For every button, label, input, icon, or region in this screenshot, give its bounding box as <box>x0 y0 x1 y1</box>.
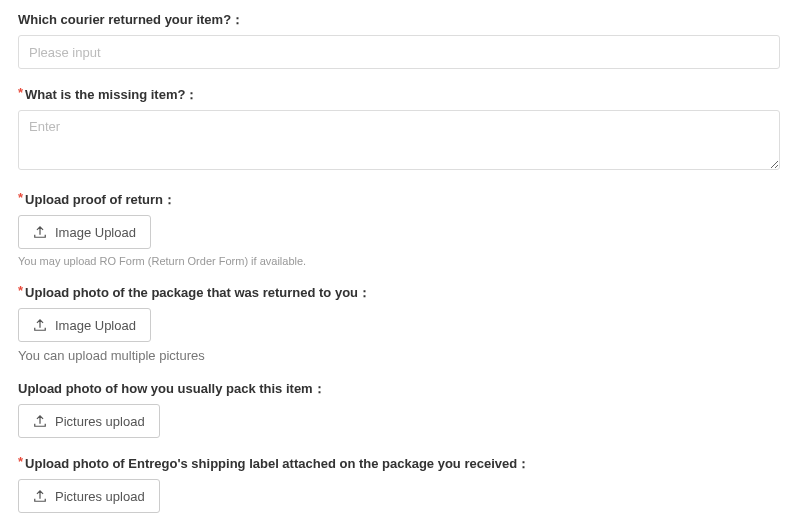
required-asterisk: * <box>18 85 23 100</box>
label-row: Upload photo of how you usually pack thi… <box>18 379 780 398</box>
upload-icon <box>33 489 47 503</box>
field-label: What is the missing item?： <box>25 87 198 102</box>
label-row: Which courier returned your item?： <box>18 10 780 29</box>
upload-button-label: Pictures upload <box>55 414 145 429</box>
upload-button-label: Image Upload <box>55 318 136 333</box>
field-label: Upload proof of return： <box>25 192 176 207</box>
package-returned-upload-button[interactable]: Image Upload <box>18 308 151 342</box>
field-courier: Which courier returned your item?： <box>18 10 780 69</box>
label-row: *Upload photo of the package that was re… <box>18 283 780 302</box>
courier-input[interactable] <box>18 35 780 69</box>
package-returned-hint: You can upload multiple pictures <box>18 348 780 363</box>
upload-icon <box>33 318 47 332</box>
field-label: Upload photo of the package that was ret… <box>25 285 371 300</box>
required-asterisk: * <box>18 190 23 205</box>
upload-button-label: Image Upload <box>55 225 136 240</box>
field-package-returned: *Upload photo of the package that was re… <box>18 283 780 363</box>
field-proof: *Upload proof of return： Image Upload Yo… <box>18 190 780 267</box>
field-label: Upload photo of how you usually pack thi… <box>18 381 326 396</box>
missing-textarea[interactable] <box>18 110 780 170</box>
shipping-label-upload-button[interactable]: Pictures upload <box>18 479 160 513</box>
field-label: Which courier returned your item?： <box>18 12 244 27</box>
upload-icon <box>33 225 47 239</box>
label-row: *What is the missing item?： <box>18 85 780 104</box>
field-shipping-label: *Upload photo of Entrego's shipping labe… <box>18 454 780 513</box>
field-pack-usual: Upload photo of how you usually pack thi… <box>18 379 780 438</box>
field-missing: *What is the missing item?： <box>18 85 780 174</box>
upload-icon <box>33 414 47 428</box>
upload-button-label: Pictures upload <box>55 489 145 504</box>
required-asterisk: * <box>18 283 23 298</box>
proof-upload-button[interactable]: Image Upload <box>18 215 151 249</box>
label-row: *Upload photo of Entrego's shipping labe… <box>18 454 780 473</box>
required-asterisk: * <box>18 454 23 469</box>
field-label: Upload photo of Entrego's shipping label… <box>25 456 530 471</box>
proof-hint: You may upload RO Form (Return Order For… <box>18 255 780 267</box>
pack-usual-upload-button[interactable]: Pictures upload <box>18 404 160 438</box>
label-row: *Upload proof of return： <box>18 190 780 209</box>
